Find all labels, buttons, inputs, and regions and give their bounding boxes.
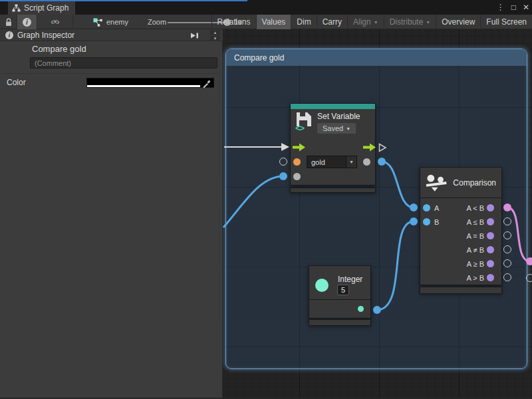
overview-button[interactable]: Overview bbox=[436, 15, 480, 29]
port-output-equal[interactable] bbox=[487, 232, 494, 239]
eyedropper-icon bbox=[202, 78, 211, 88]
port-output-lessequal[interactable] bbox=[487, 218, 494, 225]
chevron-down-icon: ▼ bbox=[374, 20, 378, 25]
code-view-button[interactable]: ‹×› bbox=[37, 15, 73, 29]
save-variable-icon: <> bbox=[295, 112, 313, 132]
port-ring[interactable] bbox=[503, 217, 511, 225]
dock-button[interactable] bbox=[190, 31, 200, 40]
scroll-down-button[interactable]: ▼ bbox=[210, 36, 220, 41]
port-ring[interactable] bbox=[503, 259, 511, 267]
connection-endpoint[interactable] bbox=[279, 172, 287, 180]
connection-endpoint[interactable] bbox=[410, 217, 418, 225]
port-output-value[interactable] bbox=[363, 158, 370, 166]
output-label: A = B bbox=[466, 232, 484, 240]
graph-inspector-panel: i Graph Inspector ▲ ▼ Compare gold Color bbox=[0, 29, 223, 398]
connection-endpoint[interactable] bbox=[373, 306, 381, 314]
graph-canvas[interactable]: Compare gold <> bbox=[223, 29, 532, 399]
dim-button[interactable]: Dim bbox=[291, 15, 316, 29]
flow-input-port[interactable] bbox=[293, 143, 305, 152]
scroll-up-button[interactable]: ▲ bbox=[210, 30, 220, 35]
node-footer bbox=[309, 319, 371, 326]
unity-visual-scripting-window: Script Graph ⋮ □ ✕ i ‹×› bbox=[0, 0, 532, 399]
port-output-less[interactable] bbox=[487, 204, 494, 211]
chevron-down-icon: ▼ bbox=[346, 126, 350, 131]
output-label: A ≥ B bbox=[467, 260, 484, 268]
inspector-title: Graph Inspector bbox=[17, 31, 74, 40]
align-dropdown[interactable]: Align ▼ bbox=[347, 15, 384, 29]
node-title: Set Variable bbox=[317, 112, 360, 121]
inspector-scroll-buttons: ▲ ▼ bbox=[210, 29, 220, 41]
group-title: Compare gold bbox=[234, 53, 284, 63]
port-integer-output[interactable] bbox=[358, 306, 364, 312]
connection-endpoint[interactable] bbox=[503, 203, 511, 211]
port-ring[interactable] bbox=[279, 158, 287, 166]
node-title: Comparison bbox=[453, 178, 496, 188]
graph-inspector-header: i Graph Inspector ▲ ▼ bbox=[0, 29, 223, 41]
graph-node-icon bbox=[93, 18, 103, 27]
window-menu-icon[interactable]: ⋮ bbox=[497, 3, 505, 12]
integer-value-field[interactable] bbox=[337, 285, 349, 295]
output-label: A < B bbox=[466, 204, 484, 212]
lock-icon bbox=[5, 18, 13, 27]
tab-title: Script Graph bbox=[24, 3, 68, 13]
tab-bar: Script Graph ⋮ □ ✕ bbox=[0, 0, 532, 15]
port-ring[interactable] bbox=[503, 245, 511, 253]
dock-icon bbox=[190, 32, 200, 39]
color-swatch[interactable] bbox=[86, 78, 214, 88]
variable-kind-dropdown[interactable]: Saved ▼ bbox=[317, 123, 356, 134]
toolbar-button-group: Relations Values Dim Carry Align ▼ Distr… bbox=[211, 15, 532, 29]
node-comparison[interactable]: Comparison A A < B B A ≤ B A = B bbox=[420, 167, 502, 285]
port-output-greaterequal[interactable] bbox=[487, 260, 494, 267]
port-output-notequal[interactable] bbox=[487, 246, 494, 253]
code-icon: ‹×› bbox=[51, 17, 59, 27]
port-input-b[interactable] bbox=[423, 218, 430, 225]
close-icon[interactable]: ✕ bbox=[523, 3, 529, 12]
variable-accent-bar bbox=[291, 104, 375, 109]
graph-toolbar: i ‹×› enemy Zoom 1x Relations Values Dim… bbox=[0, 15, 532, 29]
flow-continuation-icon[interactable] bbox=[378, 143, 387, 152]
output-label: A ≠ B bbox=[467, 246, 484, 254]
port-ring[interactable] bbox=[503, 273, 511, 281]
connection-endpoint[interactable] bbox=[410, 203, 418, 211]
node-footer bbox=[420, 287, 502, 294]
integer-type-icon bbox=[315, 279, 329, 292]
port-output-greater[interactable] bbox=[487, 274, 494, 281]
node-title: Integer bbox=[338, 275, 362, 284]
values-button[interactable]: Values bbox=[256, 15, 291, 29]
relations-button[interactable]: Relations bbox=[211, 15, 256, 29]
output-label: A ≤ B bbox=[467, 218, 484, 226]
flow-output-port[interactable] bbox=[363, 143, 376, 152]
carry-button[interactable]: Carry bbox=[317, 15, 347, 29]
eyedropper-button[interactable] bbox=[202, 78, 211, 90]
color-field-label: Color bbox=[7, 78, 26, 87]
zoom-label: Zoom bbox=[148, 15, 166, 29]
port-ring[interactable] bbox=[503, 231, 511, 239]
distribute-dropdown[interactable]: Distribute ▼ bbox=[384, 15, 436, 29]
graph-title: Compare gold bbox=[32, 44, 86, 54]
group-header[interactable]: Compare gold bbox=[226, 49, 527, 66]
inspector-toggle-button[interactable]: i bbox=[17, 15, 37, 29]
input-a-label: A bbox=[434, 204, 439, 212]
variable-name-dropdown[interactable]: gold ▼ bbox=[307, 156, 357, 168]
svg-text:<>: <> bbox=[295, 123, 305, 132]
connection-endpoint[interactable] bbox=[378, 158, 386, 166]
port-fallback-value[interactable] bbox=[293, 173, 301, 180]
script-graph-icon bbox=[12, 4, 21, 12]
chevron-down-icon: ▼ bbox=[426, 20, 430, 25]
full-screen-button[interactable]: Full Screen bbox=[480, 15, 532, 29]
chevron-down-icon: ▼ bbox=[346, 156, 356, 168]
connection-endpoint[interactable] bbox=[526, 257, 532, 265]
breadcrumb[interactable]: enemy bbox=[93, 15, 128, 29]
output-label: A > B bbox=[466, 274, 484, 282]
alpha-strip bbox=[87, 85, 200, 87]
info-icon: i bbox=[5, 31, 13, 39]
tab-script-graph[interactable]: Script Graph bbox=[8, 1, 75, 15]
divider bbox=[0, 73, 223, 74]
maximize-icon[interactable]: □ bbox=[511, 3, 516, 12]
port-variable-name[interactable] bbox=[293, 158, 301, 166]
comment-input[interactable] bbox=[30, 57, 217, 68]
input-b-label: B bbox=[434, 218, 439, 226]
port-input-a[interactable] bbox=[423, 204, 430, 211]
port-ring[interactable] bbox=[526, 274, 532, 282]
lock-button[interactable] bbox=[0, 15, 17, 29]
